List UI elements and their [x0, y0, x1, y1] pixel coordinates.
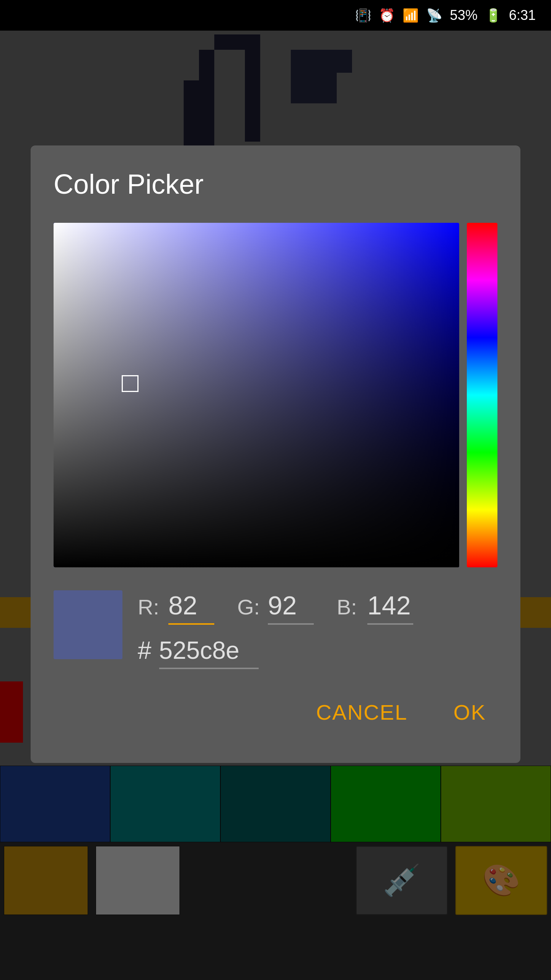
ok-button[interactable]: OK [442, 692, 497, 732]
g-value[interactable]: 92 [268, 590, 314, 625]
hex-value[interactable]: 525c8e [159, 636, 259, 669]
color-values-row: R: 82 G: 92 B: 142 # 525c8e [54, 590, 497, 669]
dialog-buttons: CANCEL OK [54, 692, 497, 732]
b-value[interactable]: 142 [367, 590, 413, 625]
rgb-row: R: 82 G: 92 B: 142 [138, 590, 497, 625]
gradient-cursor[interactable] [122, 375, 139, 392]
rgb-values: R: 82 G: 92 B: 142 # 525c8e [138, 590, 497, 669]
color-picker-dialog: Color Picker R: 82 G: 92 B: 142 # [31, 145, 520, 763]
battery-percent: 53% [450, 7, 478, 23]
color-gradient-square[interactable] [54, 223, 459, 567]
battery-icon: 🔋 [485, 8, 501, 23]
hex-row: # 525c8e [138, 636, 497, 669]
hue-slider[interactable] [467, 223, 497, 567]
hex-label: # [138, 636, 152, 665]
color-preview-swatch [54, 590, 122, 659]
status-bar: 📳 ⏰ 📶 📡 53% 🔋 6:31 [0, 0, 551, 31]
clock: 6:31 [509, 7, 536, 23]
r-label: R: [138, 595, 161, 619]
alarm-icon: ⏰ [379, 8, 395, 23]
vibrate-icon: 📳 [355, 8, 371, 23]
signal-icon: 📡 [426, 8, 442, 23]
g-label: G: [237, 595, 260, 619]
cancel-button[interactable]: CANCEL [305, 692, 419, 732]
r-value[interactable]: 82 [168, 590, 214, 625]
dialog-title: Color Picker [54, 168, 497, 200]
b-label: B: [337, 595, 360, 619]
color-picker-area[interactable] [54, 223, 497, 567]
wifi-icon: 📶 [403, 8, 419, 23]
